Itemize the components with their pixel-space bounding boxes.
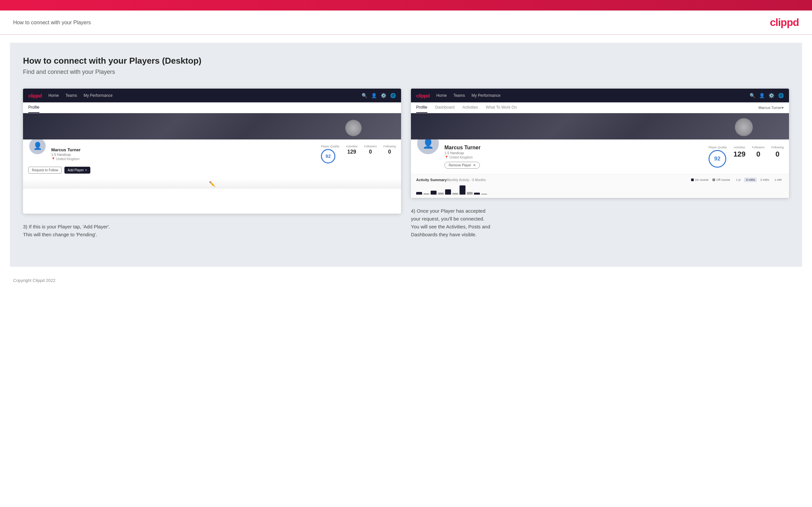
profile-name-right: Marcus Turner <box>445 145 480 151</box>
search-icon-left[interactable]: 🔍 <box>362 93 367 98</box>
app-nav-icons-left: 🔍 👤 ⚙️ 🌐 <box>362 93 396 98</box>
bar-4-off <box>467 192 473 194</box>
bar-1-off <box>423 193 429 194</box>
main-subtitle: Find and connect with your Players <box>23 69 789 75</box>
activity-title: Activity Summary <box>416 178 447 182</box>
profile-info-left: Marcus Turner 1-5 Handicap 📍 United King… <box>51 146 81 161</box>
nav-item-teams-right[interactable]: Teams <box>453 93 465 98</box>
legend-oncourse: On course <box>691 178 709 181</box>
activity-legend: On course Off course <box>691 178 730 181</box>
hero-area-right <box>411 113 789 139</box>
tab-whattoon-right[interactable]: What To Work On <box>486 102 517 113</box>
quality-circle-right: 92 <box>709 150 726 168</box>
globe-icon-left[interactable]: 🌐 <box>390 93 396 98</box>
app-logo-right: clippd <box>416 93 429 99</box>
nav-item-teams-left[interactable]: Teams <box>65 93 77 98</box>
stat-followers-left: Followers 0 <box>364 145 377 155</box>
bar-4-on <box>460 185 465 194</box>
header: How to connect with your Players clippd <box>0 10 812 35</box>
location-pin-icon-left: 📍 <box>51 157 55 161</box>
add-player-button[interactable]: Add Player + <box>64 167 90 174</box>
profile-handicap-right: 1-5 Handicap <box>445 151 480 155</box>
activity-period: Monthly Activity - 6 Months <box>447 178 486 182</box>
remove-player-button[interactable]: Remove Player ✕ <box>445 162 480 169</box>
mock-window-right: clippd Home Teams My Performance 🔍 👤 ⚙️ … <box>411 89 789 198</box>
screenshot-col-left: clippd Home Teams My Performance 🔍 👤 ⚙️ … <box>23 89 401 238</box>
copyright-text: Copyright Clippd 2022 <box>13 278 55 283</box>
time-pill-1mth[interactable]: 1 mth <box>772 177 784 182</box>
logo: clippd <box>770 16 799 29</box>
profile-top-stats-left: 👤 Marcus Turner 1-5 Handicap 📍 United Ki… <box>28 144 396 163</box>
profile-section-left: 👤 Marcus Turner 1-5 Handicap 📍 United Ki… <box>23 139 401 179</box>
globe-icon-right[interactable]: 🌐 <box>778 93 784 98</box>
stats-right-right: Player Quality 92 Activities 129 Followe <box>709 145 784 168</box>
caption-right: 4) Once your Player has acceptedyour req… <box>411 207 789 238</box>
user-icon-right[interactable]: 👤 <box>759 93 765 98</box>
oncourse-dot <box>691 178 694 181</box>
main-title: How to connect with your Players (Deskto… <box>23 56 789 66</box>
stat-quality-right: Player Quality 92 <box>709 146 727 168</box>
stat-following-left: Following 0 <box>383 145 396 155</box>
bar-5-on <box>474 192 480 194</box>
bar-1-on <box>416 192 422 194</box>
request-to-follow-button[interactable]: Request to Follow <box>28 167 62 174</box>
time-pill-3mths[interactable]: 3 mths <box>758 177 771 182</box>
user-dropdown-right[interactable]: Marcus Turner ▾ <box>758 102 784 113</box>
stat-following-right: Following 0 <box>771 146 784 159</box>
stats-right-left: Player Quality 92 Activities 129 Followe <box>321 144 396 163</box>
nav-item-myperformance-left[interactable]: My Performance <box>84 93 113 98</box>
nav-item-home-right[interactable]: Home <box>436 93 447 98</box>
tab-profile-right[interactable]: Profile <box>416 102 427 113</box>
mock-window-bottom-left: ✏️ <box>23 179 401 189</box>
time-pill-1yr[interactable]: 1 yr <box>734 177 743 182</box>
stat-quality-left: Player Quality 92 <box>321 145 339 163</box>
time-pill-6mths[interactable]: 6 mths <box>744 177 757 182</box>
settings-icon-right[interactable]: ⚙️ <box>769 93 774 98</box>
profile-section-right: 👤 Marcus Turner 1-5 Handicap 📍 United Ki… <box>411 139 789 174</box>
caption-left: 3) If this is your Player tap, 'Add Play… <box>23 223 401 238</box>
bar-2-off <box>438 192 444 194</box>
profile-handicap-left: 1-5 Handicap <box>51 153 81 157</box>
quality-circle-left: 92 <box>321 149 336 163</box>
hero-area-left <box>23 113 401 139</box>
profile-actions-left: Request to Follow Add Player + <box>28 167 396 174</box>
app-navbar-right: clippd Home Teams My Performance 🔍 👤 ⚙️ … <box>411 89 789 102</box>
bar-5-off <box>481 193 487 194</box>
nav-item-home-left[interactable]: Home <box>48 93 59 98</box>
profile-left-right: 👤 Marcus Turner 1-5 Handicap 📍 United Ki… <box>416 144 480 169</box>
tab-dashboard-right[interactable]: Dashboard <box>435 102 455 113</box>
main-content: How to connect with your Players (Deskto… <box>10 43 802 267</box>
app-navbar-left: clippd Home Teams My Performance 🔍 👤 ⚙️ … <box>23 89 401 102</box>
bar-3-on <box>445 189 451 194</box>
activity-bars <box>416 185 784 194</box>
activity-header: Activity Summary Monthly Activity - 6 Mo… <box>416 177 784 182</box>
profile-name-left: Marcus Turner <box>51 147 81 152</box>
settings-icon-left[interactable]: ⚙️ <box>381 93 386 98</box>
profile-info-right: Marcus Turner 1-5 Handicap 📍 United King… <box>445 144 480 169</box>
screenshot-col-right: clippd Home Teams My Performance 🔍 👤 ⚙️ … <box>411 89 789 238</box>
screenshots-row: clippd Home Teams My Performance 🔍 👤 ⚙️ … <box>23 89 789 238</box>
nav-item-myperformance-right[interactable]: My Performance <box>472 93 501 98</box>
stat-activities-left: Activities 129 <box>346 145 358 155</box>
profile-location-right: 📍 United Kingdom <box>445 156 480 159</box>
pencil-icon-left: ✏️ <box>23 179 401 189</box>
search-icon-right[interactable]: 🔍 <box>750 93 755 98</box>
tab-activities-right[interactable]: Activities <box>462 102 478 113</box>
header-title: How to connect with your Players <box>13 20 91 25</box>
tab-profile-left[interactable]: Profile <box>28 102 39 113</box>
avatar-icon-right: 👤 <box>422 138 434 149</box>
stat-activities-right: Activities 129 <box>733 146 746 159</box>
activity-summary: Activity Summary Monthly Activity - 6 Mo… <box>411 174 789 198</box>
location-pin-icon-right: 📍 <box>445 156 448 159</box>
top-bar <box>0 0 812 10</box>
footer: Copyright Clippd 2022 <box>0 275 812 289</box>
bar-2-on <box>430 191 437 194</box>
offcourse-dot <box>712 178 715 181</box>
stat-followers-right: Followers 0 <box>752 146 765 159</box>
app-logo-left: clippd <box>28 93 42 99</box>
profile-top-stats-right: 👤 Marcus Turner 1-5 Handicap 📍 United Ki… <box>416 144 784 169</box>
profile-location-left: 📍 United Kingdom <box>51 157 81 161</box>
user-icon-left[interactable]: 👤 <box>371 93 377 98</box>
avatar-icon-left: 👤 <box>33 142 42 150</box>
avatar-left: 👤 <box>28 137 47 155</box>
